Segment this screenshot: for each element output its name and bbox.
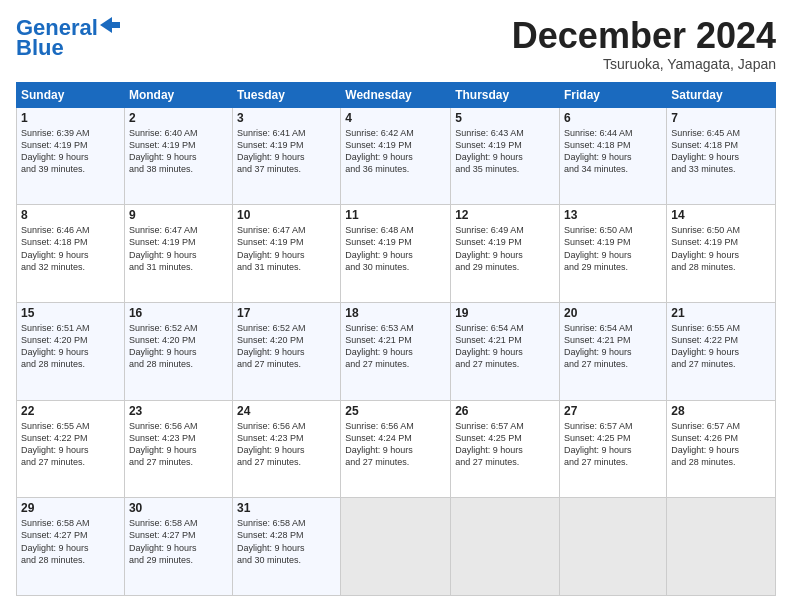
table-row: 9Sunrise: 6:47 AMSunset: 4:19 PMDaylight… xyxy=(124,205,232,303)
calendar-header-row: Sunday Monday Tuesday Wednesday Thursday… xyxy=(17,82,776,107)
day-info: Sunrise: 6:54 AMSunset: 4:21 PMDaylight:… xyxy=(455,322,555,371)
table-row: 20Sunrise: 6:54 AMSunset: 4:21 PMDayligh… xyxy=(560,302,667,400)
day-info: Sunrise: 6:55 AMSunset: 4:22 PMDaylight:… xyxy=(671,322,771,371)
day-number: 21 xyxy=(671,306,771,320)
table-row: 14Sunrise: 6:50 AMSunset: 4:19 PMDayligh… xyxy=(667,205,776,303)
day-info: Sunrise: 6:57 AMSunset: 4:25 PMDaylight:… xyxy=(564,420,662,469)
day-number: 29 xyxy=(21,501,120,515)
day-number: 1 xyxy=(21,111,120,125)
day-number: 4 xyxy=(345,111,446,125)
day-info: Sunrise: 6:48 AMSunset: 4:19 PMDaylight:… xyxy=(345,224,446,273)
calendar-week-row: 1Sunrise: 6:39 AMSunset: 4:19 PMDaylight… xyxy=(17,107,776,205)
day-number: 14 xyxy=(671,208,771,222)
col-thursday: Thursday xyxy=(451,82,560,107)
day-info: Sunrise: 6:49 AMSunset: 4:19 PMDaylight:… xyxy=(455,224,555,273)
day-info: Sunrise: 6:58 AMSunset: 4:27 PMDaylight:… xyxy=(21,517,120,566)
day-info: Sunrise: 6:43 AMSunset: 4:19 PMDaylight:… xyxy=(455,127,555,176)
logo: General Blue xyxy=(16,16,120,60)
logo-blue-text: Blue xyxy=(16,36,64,60)
day-info: Sunrise: 6:56 AMSunset: 4:23 PMDaylight:… xyxy=(129,420,228,469)
day-number: 12 xyxy=(455,208,555,222)
day-info: Sunrise: 6:57 AMSunset: 4:26 PMDaylight:… xyxy=(671,420,771,469)
calendar-week-row: 15Sunrise: 6:51 AMSunset: 4:20 PMDayligh… xyxy=(17,302,776,400)
day-number: 5 xyxy=(455,111,555,125)
day-info: Sunrise: 6:40 AMSunset: 4:19 PMDaylight:… xyxy=(129,127,228,176)
table-row: 12Sunrise: 6:49 AMSunset: 4:19 PMDayligh… xyxy=(451,205,560,303)
table-row: 5Sunrise: 6:43 AMSunset: 4:19 PMDaylight… xyxy=(451,107,560,205)
day-info: Sunrise: 6:58 AMSunset: 4:27 PMDaylight:… xyxy=(129,517,228,566)
table-row: 7Sunrise: 6:45 AMSunset: 4:18 PMDaylight… xyxy=(667,107,776,205)
day-number: 18 xyxy=(345,306,446,320)
table-row: 21Sunrise: 6:55 AMSunset: 4:22 PMDayligh… xyxy=(667,302,776,400)
table-row: 16Sunrise: 6:52 AMSunset: 4:20 PMDayligh… xyxy=(124,302,232,400)
day-number: 11 xyxy=(345,208,446,222)
day-number: 31 xyxy=(237,501,336,515)
day-number: 27 xyxy=(564,404,662,418)
table-row: 19Sunrise: 6:54 AMSunset: 4:21 PMDayligh… xyxy=(451,302,560,400)
col-saturday: Saturday xyxy=(667,82,776,107)
table-row: 26Sunrise: 6:57 AMSunset: 4:25 PMDayligh… xyxy=(451,400,560,498)
day-info: Sunrise: 6:47 AMSunset: 4:19 PMDaylight:… xyxy=(237,224,336,273)
table-row: 15Sunrise: 6:51 AMSunset: 4:20 PMDayligh… xyxy=(17,302,125,400)
title-block: December 2024 Tsuruoka, Yamagata, Japan xyxy=(512,16,776,72)
day-info: Sunrise: 6:52 AMSunset: 4:20 PMDaylight:… xyxy=(129,322,228,371)
day-info: Sunrise: 6:50 AMSunset: 4:19 PMDaylight:… xyxy=(671,224,771,273)
table-row: 24Sunrise: 6:56 AMSunset: 4:23 PMDayligh… xyxy=(233,400,341,498)
table-row: 10Sunrise: 6:47 AMSunset: 4:19 PMDayligh… xyxy=(233,205,341,303)
page: General Blue December 2024 Tsuruoka, Yam… xyxy=(0,0,792,612)
table-row: 13Sunrise: 6:50 AMSunset: 4:19 PMDayligh… xyxy=(560,205,667,303)
table-row: 25Sunrise: 6:56 AMSunset: 4:24 PMDayligh… xyxy=(341,400,451,498)
table-row: 23Sunrise: 6:56 AMSunset: 4:23 PMDayligh… xyxy=(124,400,232,498)
day-info: Sunrise: 6:41 AMSunset: 4:19 PMDaylight:… xyxy=(237,127,336,176)
calendar-week-row: 8Sunrise: 6:46 AMSunset: 4:18 PMDaylight… xyxy=(17,205,776,303)
day-info: Sunrise: 6:46 AMSunset: 4:18 PMDaylight:… xyxy=(21,224,120,273)
table-row: 2Sunrise: 6:40 AMSunset: 4:19 PMDaylight… xyxy=(124,107,232,205)
day-info: Sunrise: 6:45 AMSunset: 4:18 PMDaylight:… xyxy=(671,127,771,176)
day-number: 8 xyxy=(21,208,120,222)
day-number: 16 xyxy=(129,306,228,320)
day-info: Sunrise: 6:42 AMSunset: 4:19 PMDaylight:… xyxy=(345,127,446,176)
day-info: Sunrise: 6:56 AMSunset: 4:23 PMDaylight:… xyxy=(237,420,336,469)
svg-marker-0 xyxy=(100,17,120,33)
day-info: Sunrise: 6:54 AMSunset: 4:21 PMDaylight:… xyxy=(564,322,662,371)
day-number: 26 xyxy=(455,404,555,418)
day-info: Sunrise: 6:50 AMSunset: 4:19 PMDaylight:… xyxy=(564,224,662,273)
day-info: Sunrise: 6:57 AMSunset: 4:25 PMDaylight:… xyxy=(455,420,555,469)
day-number: 15 xyxy=(21,306,120,320)
table-row xyxy=(451,498,560,596)
table-row: 28Sunrise: 6:57 AMSunset: 4:26 PMDayligh… xyxy=(667,400,776,498)
day-info: Sunrise: 6:58 AMSunset: 4:28 PMDaylight:… xyxy=(237,517,336,566)
day-number: 23 xyxy=(129,404,228,418)
day-info: Sunrise: 6:39 AMSunset: 4:19 PMDaylight:… xyxy=(21,127,120,176)
header: General Blue December 2024 Tsuruoka, Yam… xyxy=(16,16,776,72)
table-row xyxy=(341,498,451,596)
month-title: December 2024 xyxy=(512,16,776,56)
day-number: 13 xyxy=(564,208,662,222)
col-monday: Monday xyxy=(124,82,232,107)
day-info: Sunrise: 6:53 AMSunset: 4:21 PMDaylight:… xyxy=(345,322,446,371)
table-row: 29Sunrise: 6:58 AMSunset: 4:27 PMDayligh… xyxy=(17,498,125,596)
day-info: Sunrise: 6:52 AMSunset: 4:20 PMDaylight:… xyxy=(237,322,336,371)
table-row: 11Sunrise: 6:48 AMSunset: 4:19 PMDayligh… xyxy=(341,205,451,303)
day-number: 6 xyxy=(564,111,662,125)
col-sunday: Sunday xyxy=(17,82,125,107)
day-number: 22 xyxy=(21,404,120,418)
day-info: Sunrise: 6:44 AMSunset: 4:18 PMDaylight:… xyxy=(564,127,662,176)
table-row: 4Sunrise: 6:42 AMSunset: 4:19 PMDaylight… xyxy=(341,107,451,205)
table-row: 8Sunrise: 6:46 AMSunset: 4:18 PMDaylight… xyxy=(17,205,125,303)
location-subtitle: Tsuruoka, Yamagata, Japan xyxy=(512,56,776,72)
table-row: 3Sunrise: 6:41 AMSunset: 4:19 PMDaylight… xyxy=(233,107,341,205)
day-number: 3 xyxy=(237,111,336,125)
day-number: 2 xyxy=(129,111,228,125)
table-row: 22Sunrise: 6:55 AMSunset: 4:22 PMDayligh… xyxy=(17,400,125,498)
logo-arrow-icon xyxy=(100,17,120,33)
day-number: 17 xyxy=(237,306,336,320)
day-number: 24 xyxy=(237,404,336,418)
day-number: 9 xyxy=(129,208,228,222)
day-info: Sunrise: 6:51 AMSunset: 4:20 PMDaylight:… xyxy=(21,322,120,371)
day-number: 30 xyxy=(129,501,228,515)
table-row: 17Sunrise: 6:52 AMSunset: 4:20 PMDayligh… xyxy=(233,302,341,400)
day-number: 19 xyxy=(455,306,555,320)
table-row: 6Sunrise: 6:44 AMSunset: 4:18 PMDaylight… xyxy=(560,107,667,205)
table-row: 27Sunrise: 6:57 AMSunset: 4:25 PMDayligh… xyxy=(560,400,667,498)
